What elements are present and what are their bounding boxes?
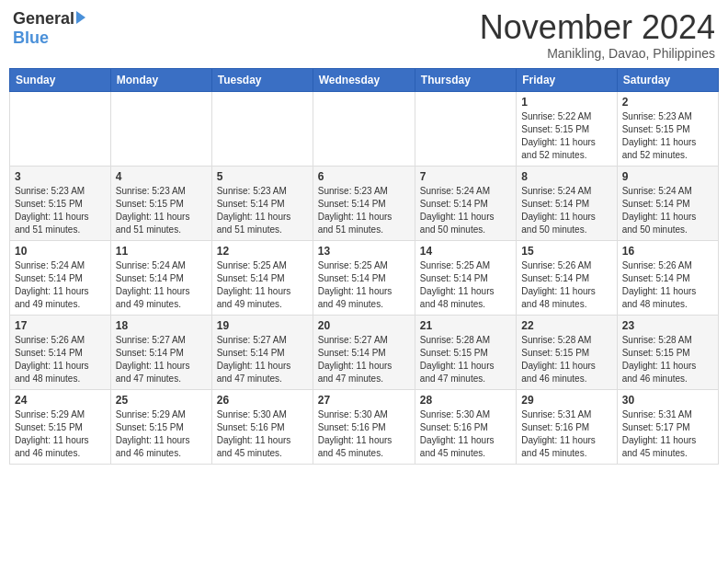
day-info: Sunrise: 5:31 AM Sunset: 5:17 PM Dayligh… [622,408,713,460]
calendar-week-row: 10Sunrise: 5:24 AM Sunset: 5:14 PM Dayli… [10,240,719,315]
calendar-header-sunday: Sunday [10,68,111,91]
day-number: 15 [521,245,611,258]
day-number: 27 [318,394,410,407]
day-info: Sunrise: 5:28 AM Sunset: 5:15 PM Dayligh… [521,334,611,385]
day-info: Sunrise: 5:25 AM Sunset: 5:14 PM Dayligh… [318,259,410,311]
calendar-cell: 28Sunrise: 5:30 AM Sunset: 5:16 PM Dayli… [415,389,516,464]
calendar-cell: 27Sunrise: 5:30 AM Sunset: 5:16 PM Dayli… [313,389,415,464]
calendar-cell: 29Sunrise: 5:31 AM Sunset: 5:16 PM Dayli… [517,389,617,464]
day-info: Sunrise: 5:24 AM Sunset: 5:14 PM Dayligh… [15,259,106,311]
day-number: 25 [116,394,207,407]
day-info: Sunrise: 5:31 AM Sunset: 5:16 PM Dayligh… [521,408,611,460]
calendar-week-row: 24Sunrise: 5:29 AM Sunset: 5:15 PM Dayli… [10,389,719,464]
calendar-cell: 8Sunrise: 5:24 AM Sunset: 5:14 PM Daylig… [517,166,617,240]
calendar-cell [110,91,211,166]
day-number: 5 [217,170,308,183]
calendar-header-row: SundayMondayTuesdayWednesdayThursdayFrid… [10,68,719,91]
calendar-cell: 18Sunrise: 5:27 AM Sunset: 5:14 PM Dayli… [110,315,211,389]
title-section: November 2024 Manikling, Davao, Philippi… [480,9,715,61]
day-number: 21 [420,319,511,332]
day-number: 28 [420,394,511,407]
day-info: Sunrise: 5:23 AM Sunset: 5:15 PM Dayligh… [116,185,207,236]
calendar-cell: 24Sunrise: 5:29 AM Sunset: 5:15 PM Dayli… [10,389,111,464]
day-info: Sunrise: 5:24 AM Sunset: 5:14 PM Dayligh… [521,185,611,236]
day-number: 20 [318,319,410,332]
calendar-cell: 1Sunrise: 5:22 AM Sunset: 5:15 PM Daylig… [517,91,617,166]
calendar-cell: 25Sunrise: 5:29 AM Sunset: 5:15 PM Dayli… [110,389,211,464]
day-number: 6 [318,170,410,183]
calendar-cell: 14Sunrise: 5:25 AM Sunset: 5:14 PM Dayli… [415,240,516,315]
day-info: Sunrise: 5:24 AM Sunset: 5:14 PM Dayligh… [116,259,207,311]
calendar-table: SundayMondayTuesdayWednesdayThursdayFrid… [9,68,719,465]
calendar-cell: 10Sunrise: 5:24 AM Sunset: 5:14 PM Dayli… [10,240,111,315]
calendar-cell [313,91,415,166]
calendar-cell: 15Sunrise: 5:26 AM Sunset: 5:14 PM Dayli… [517,240,617,315]
calendar-header-thursday: Thursday [415,68,516,91]
calendar-cell: 22Sunrise: 5:28 AM Sunset: 5:15 PM Dayli… [517,315,617,389]
day-number: 29 [521,394,611,407]
day-number: 13 [318,245,410,258]
calendar-cell: 9Sunrise: 5:24 AM Sunset: 5:14 PM Daylig… [617,166,718,240]
day-info: Sunrise: 5:28 AM Sunset: 5:15 PM Dayligh… [420,334,511,385]
calendar-cell: 26Sunrise: 5:30 AM Sunset: 5:16 PM Dayli… [211,389,313,464]
calendar-cell [415,91,516,166]
logo-blue-text: Blue [13,29,49,48]
day-number: 3 [15,170,106,183]
calendar-cell: 5Sunrise: 5:23 AM Sunset: 5:14 PM Daylig… [211,166,313,240]
calendar-cell: 2Sunrise: 5:23 AM Sunset: 5:15 PM Daylig… [617,91,718,166]
calendar-cell: 6Sunrise: 5:23 AM Sunset: 5:14 PM Daylig… [313,166,415,240]
day-number: 1 [521,96,611,109]
calendar-cell: 30Sunrise: 5:31 AM Sunset: 5:17 PM Dayli… [617,389,718,464]
day-info: Sunrise: 5:23 AM Sunset: 5:15 PM Dayligh… [622,110,713,162]
day-number: 26 [217,394,308,407]
day-info: Sunrise: 5:28 AM Sunset: 5:15 PM Dayligh… [622,334,713,385]
calendar-header-saturday: Saturday [617,68,718,91]
day-number: 11 [116,245,207,258]
day-number: 14 [420,245,511,258]
day-info: Sunrise: 5:29 AM Sunset: 5:15 PM Dayligh… [15,408,106,460]
calendar-header-wednesday: Wednesday [313,68,415,91]
month-title: November 2024 [480,9,715,46]
logo: General Blue [13,9,85,48]
calendar-cell: 19Sunrise: 5:27 AM Sunset: 5:14 PM Dayli… [211,315,313,389]
day-info: Sunrise: 5:30 AM Sunset: 5:16 PM Dayligh… [318,408,410,460]
logo-general-text: General [13,9,74,29]
calendar-cell: 12Sunrise: 5:25 AM Sunset: 5:14 PM Dayli… [211,240,313,315]
calendar-cell [10,91,111,166]
calendar-cell: 23Sunrise: 5:28 AM Sunset: 5:15 PM Dayli… [617,315,718,389]
day-info: Sunrise: 5:24 AM Sunset: 5:14 PM Dayligh… [420,185,511,236]
day-info: Sunrise: 5:30 AM Sunset: 5:16 PM Dayligh… [217,408,308,460]
day-number: 2 [622,96,713,109]
day-info: Sunrise: 5:24 AM Sunset: 5:14 PM Dayligh… [622,185,713,236]
day-number: 30 [622,394,713,407]
day-number: 24 [15,394,106,407]
day-info: Sunrise: 5:22 AM Sunset: 5:15 PM Dayligh… [521,110,611,162]
day-info: Sunrise: 5:27 AM Sunset: 5:14 PM Dayligh… [318,334,410,385]
calendar-header-monday: Monday [110,68,211,91]
calendar-cell: 16Sunrise: 5:26 AM Sunset: 5:14 PM Dayli… [617,240,718,315]
calendar-week-row: 1Sunrise: 5:22 AM Sunset: 5:15 PM Daylig… [10,91,719,166]
calendar-week-row: 17Sunrise: 5:26 AM Sunset: 5:14 PM Dayli… [10,315,719,389]
day-info: Sunrise: 5:23 AM Sunset: 5:14 PM Dayligh… [318,185,410,236]
day-number: 22 [521,319,611,332]
calendar-cell [211,91,313,166]
page-header: General Blue November 2024 Manikling, Da… [9,9,719,61]
day-info: Sunrise: 5:26 AM Sunset: 5:14 PM Dayligh… [521,259,611,311]
calendar-cell: 4Sunrise: 5:23 AM Sunset: 5:15 PM Daylig… [110,166,211,240]
day-info: Sunrise: 5:27 AM Sunset: 5:14 PM Dayligh… [217,334,308,385]
logo-triangle-icon [76,11,85,24]
day-number: 12 [217,245,308,258]
day-info: Sunrise: 5:23 AM Sunset: 5:14 PM Dayligh… [217,185,308,236]
calendar-cell: 7Sunrise: 5:24 AM Sunset: 5:14 PM Daylig… [415,166,516,240]
day-info: Sunrise: 5:23 AM Sunset: 5:15 PM Dayligh… [15,185,106,236]
day-number: 17 [15,319,106,332]
calendar-cell: 11Sunrise: 5:24 AM Sunset: 5:14 PM Dayli… [110,240,211,315]
day-number: 23 [622,319,713,332]
day-info: Sunrise: 5:26 AM Sunset: 5:14 PM Dayligh… [15,334,106,385]
day-number: 9 [622,170,713,183]
day-info: Sunrise: 5:30 AM Sunset: 5:16 PM Dayligh… [420,408,511,460]
day-info: Sunrise: 5:25 AM Sunset: 5:14 PM Dayligh… [217,259,308,311]
calendar-cell: 21Sunrise: 5:28 AM Sunset: 5:15 PM Dayli… [415,315,516,389]
calendar-week-row: 3Sunrise: 5:23 AM Sunset: 5:15 PM Daylig… [10,166,719,240]
calendar-cell: 17Sunrise: 5:26 AM Sunset: 5:14 PM Dayli… [10,315,111,389]
